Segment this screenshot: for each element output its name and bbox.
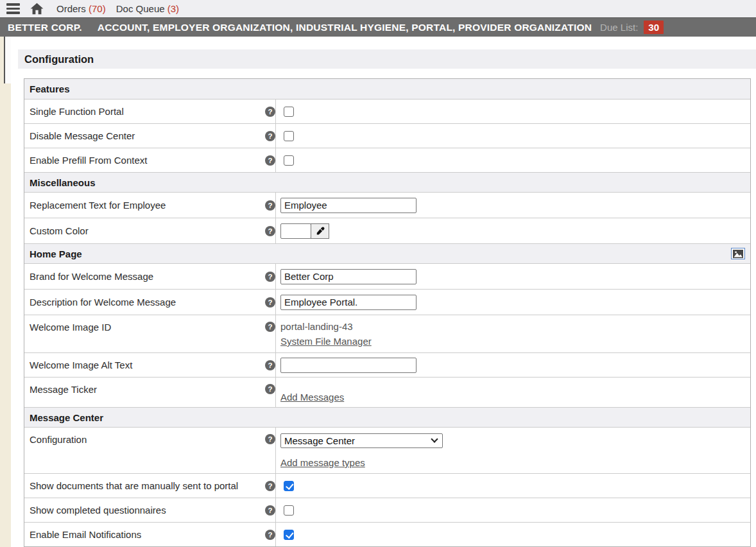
brand-welcome-input[interactable] — [280, 269, 417, 284]
nav-doc-queue-label: Doc Queue — [116, 3, 165, 14]
welcome-image-id-value: portal-landing-43 — [280, 321, 353, 332]
disable-message-center-checkbox[interactable] — [284, 131, 294, 141]
help-icon[interactable]: ? — [265, 322, 275, 332]
due-list-badge[interactable]: 30 — [644, 21, 664, 34]
replacement-text-input[interactable] — [280, 198, 417, 213]
due-list: Due List: 30 — [600, 21, 664, 34]
section-title: Message Center — [30, 412, 103, 423]
show-manual-documents-checkbox[interactable] — [284, 481, 294, 491]
field-label: Single Function Portal — [24, 100, 263, 123]
field-label: Description for Welcome Message — [24, 290, 263, 315]
main-content: Configuration Features Single Function P… — [18, 37, 756, 547]
configuration-select[interactable]: Message Center — [280, 433, 443, 448]
row-show-completed-questionnaires: Show completed questionnaires ? — [24, 498, 750, 522]
row-welcome-image-alt-text: Welcome Image Alt Text ? — [24, 352, 750, 377]
top-navigation-bar: Orders (70) Doc Queue (3) — [0, 0, 756, 17]
image-preview-button[interactable] — [731, 248, 745, 259]
home-icon[interactable] — [30, 3, 44, 15]
field-label: Enable Email Notifications — [24, 523, 263, 546]
help-icon[interactable]: ? — [265, 384, 275, 394]
context-bar: BETTER CORP. ACCOUNT, EMPLOYER ORGANIZAT… — [0, 17, 756, 37]
section-header-miscellaneous: Miscellaneous — [24, 172, 750, 192]
image-icon — [733, 250, 743, 258]
add-messages-link[interactable]: Add Messages — [280, 392, 344, 403]
enable-email-notifications-checkbox[interactable] — [284, 530, 294, 540]
custom-color-input[interactable] — [280, 223, 311, 239]
field-label: Welcome Image Alt Text — [24, 353, 263, 377]
row-custom-color: Custom Color ? — [24, 218, 750, 243]
help-icon[interactable]: ? — [265, 155, 275, 166]
field-label: Configuration — [24, 428, 263, 473]
row-welcome-image-id: Welcome Image ID ? portal-landing-43 Sys… — [24, 315, 750, 352]
welcome-image-alt-input[interactable] — [280, 358, 417, 373]
eyedropper-icon — [316, 227, 325, 236]
section-header-home-page: Home Page — [24, 243, 750, 263]
category-menu[interactable]: ACCOUNT, EMPLOYER ORGANIZATION, INDUSTRI… — [98, 22, 592, 33]
help-icon[interactable]: ? — [265, 360, 275, 370]
section-title: Home Page — [30, 248, 82, 259]
sidebar-strip — [0, 37, 11, 547]
help-icon[interactable]: ? — [265, 131, 275, 141]
help-icon[interactable]: ? — [265, 434, 275, 444]
page-title: Configuration — [24, 53, 94, 65]
field-label: Disable Message Center — [24, 124, 263, 148]
help-icon[interactable]: ? — [265, 272, 275, 282]
section-header-message-center: Message Center — [24, 407, 750, 427]
row-enable-prefill-from-context: Enable Prefill From Context ? — [24, 148, 750, 172]
nav-orders-label: Orders — [56, 3, 86, 14]
description-welcome-input[interactable] — [280, 295, 417, 310]
nav-orders-count: (70) — [89, 3, 106, 14]
help-icon[interactable]: ? — [265, 530, 275, 540]
system-file-manager-link[interactable]: System File Manager — [280, 336, 372, 347]
color-picker-button[interactable] — [311, 223, 329, 239]
nav-orders[interactable]: Orders (70) — [56, 3, 106, 14]
row-enable-email-notifications: Enable Email Notifications ? — [24, 522, 750, 546]
hamburger-menu-icon[interactable] — [6, 3, 20, 14]
organization-name[interactable]: BETTER CORP. — [8, 22, 82, 33]
field-label: Brand for Welcome Message — [24, 264, 263, 289]
field-label: Message Ticker — [24, 378, 263, 407]
nav-doc-queue-count: (3) — [168, 3, 179, 14]
field-label: Custom Color — [24, 218, 263, 243]
section-title: Features — [30, 83, 70, 94]
show-completed-questionnaires-checkbox[interactable] — [284, 505, 294, 516]
due-list-label: Due List: — [600, 22, 638, 33]
row-message-center-configuration: Configuration ? Message Center Add messa… — [24, 427, 750, 473]
field-label: Show documents that are manually sent to… — [24, 474, 263, 498]
help-icon[interactable]: ? — [265, 226, 275, 236]
sidebar-scrollbar[interactable] — [4, 37, 11, 83]
help-icon[interactable]: ? — [265, 297, 275, 308]
row-replacement-text-for-employee: Replacement Text for Employee ? — [24, 192, 750, 218]
section-header-features: Features — [24, 79, 750, 99]
nav-doc-queue[interactable]: Doc Queue (3) — [116, 3, 179, 14]
section-title: Miscellaneous — [30, 177, 96, 188]
row-show-documents-manually-sent: Show documents that are manually sent to… — [24, 473, 750, 498]
help-icon[interactable]: ? — [265, 505, 275, 516]
field-label: Enable Prefill From Context — [24, 148, 263, 172]
help-icon[interactable]: ? — [265, 481, 275, 491]
field-label: Show completed questionnaires — [24, 498, 263, 522]
page-title-band: Configuration — [18, 49, 756, 69]
field-label: Replacement Text for Employee — [24, 193, 263, 218]
row-message-ticker: Message Ticker ? Add Messages — [24, 377, 750, 407]
row-brand-for-welcome-message: Brand for Welcome Message ? — [24, 263, 750, 289]
row-description-for-welcome-message: Description for Welcome Message ? — [24, 289, 750, 315]
enable-prefill-checkbox[interactable] — [284, 155, 294, 166]
field-label: Welcome Image ID — [24, 315, 263, 352]
single-function-portal-checkbox[interactable] — [284, 107, 294, 117]
row-disable-message-center: Disable Message Center ? — [24, 123, 750, 148]
configuration-table: Features Single Function Portal ? Disabl… — [24, 78, 751, 547]
help-icon[interactable]: ? — [265, 107, 275, 117]
row-single-function-portal: Single Function Portal ? — [24, 99, 750, 123]
add-message-types-link[interactable]: Add message types — [280, 457, 365, 468]
help-icon[interactable]: ? — [265, 200, 275, 211]
